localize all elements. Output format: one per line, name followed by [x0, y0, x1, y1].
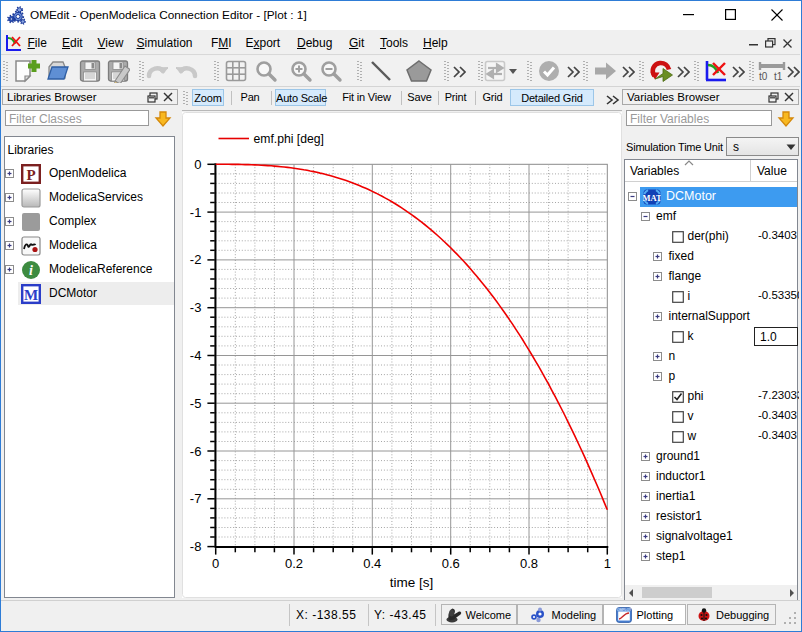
- svg-text:emf.phi [deg]: emf.phi [deg]: [254, 132, 324, 146]
- svg-text:0.2: 0.2: [285, 556, 303, 571]
- svg-text:-8: -8: [190, 539, 202, 554]
- svg-text:M: M: [24, 286, 38, 302]
- svg-text:OMPLOT: OMPLOT: [616, 608, 630, 612]
- svg-text:MAT: MAT: [643, 192, 661, 202]
- svg-text:1: 1: [604, 556, 611, 571]
- svg-text:0.8: 0.8: [520, 556, 538, 571]
- svg-text:-1: -1: [190, 205, 202, 220]
- svg-text:t0: t0: [759, 71, 768, 82]
- svg-text:-3: -3: [190, 300, 202, 315]
- svg-text:P: P: [26, 166, 35, 182]
- svg-text:-7: -7: [190, 491, 202, 506]
- svg-text:-4: -4: [190, 348, 202, 363]
- svg-text:-2: -2: [190, 252, 202, 267]
- svg-text:0: 0: [212, 556, 219, 571]
- svg-text:0.4: 0.4: [363, 556, 381, 571]
- svg-text:t1: t1: [774, 71, 783, 82]
- svg-text:i: i: [29, 263, 33, 278]
- svg-text:-5: -5: [190, 396, 202, 411]
- svg-text:time [s]: time [s]: [390, 575, 434, 590]
- svg-text:0.6: 0.6: [442, 556, 460, 571]
- svg-text:0: 0: [194, 157, 201, 172]
- svg-text:-6: -6: [190, 444, 202, 459]
